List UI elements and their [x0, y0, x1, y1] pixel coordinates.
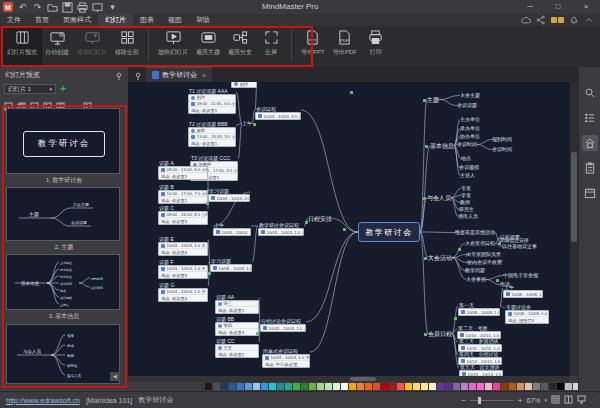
color-swatch[interactable]: [229, 383, 236, 390]
mindmap-node-zgdz[interactable]: 中国电子学会报: [503, 272, 538, 278]
color-swatch[interactable]: [261, 383, 268, 390]
color-swatch[interactable]: [413, 383, 420, 390]
slide-thumbnail-1[interactable]: 教学研讨会: [6, 108, 120, 174]
color-swatch[interactable]: [517, 383, 524, 390]
maximize-button[interactable]: □: [544, 0, 572, 14]
color-swatch[interactable]: [277, 383, 284, 390]
mindmap-node-zjtd[interactable]: 由专家团队负责: [466, 251, 501, 257]
color-swatch[interactable]: [349, 383, 356, 390]
panel-collapse-button[interactable]: ◀: [110, 372, 120, 381]
horizontal-scrollbar-thumb[interactable]: [350, 377, 376, 381]
presentation-mode-icon[interactable]: [577, 395, 586, 405]
ribbon-button-export-ppt[interactable]: PPT导出PPT: [297, 27, 329, 66]
color-swatch[interactable]: [397, 383, 404, 390]
open-file-icon[interactable]: [47, 2, 58, 13]
color-swatch[interactable]: [493, 383, 500, 390]
customize-toolbar-icon[interactable]: ▾: [107, 2, 118, 13]
color-swatch[interactable]: [309, 383, 316, 390]
color-swatch[interactable]: [269, 383, 276, 390]
mindmap-node-d5[interactable]: 第五天 · 论文演讲10/13 - 10/13, 1.0 天: [459, 370, 503, 376]
mindmap-node-hysj2[interactable]: 会议时间: [492, 146, 512, 152]
color-swatch[interactable]: [205, 383, 212, 390]
mindmap-node-d1[interactable]: 第一天10/08 - 10/08, 1.0 天: [458, 308, 500, 316]
color-swatch[interactable]: [333, 383, 340, 390]
mindmap-node-grp[interactable]: 分组讨论会议日程10/03 - 10/03, 1.0 天: [260, 324, 306, 332]
ribbon-button-walk-branch[interactable]: 遍历分支: [224, 27, 256, 66]
color-swatch[interactable]: [237, 383, 244, 390]
color-swatch[interactable]: [301, 383, 308, 390]
mindmap-node-zb[interactable]: 主办单位: [460, 116, 480, 122]
home-icon[interactable]: [582, 135, 598, 151]
mindmap-node-cb[interactable]: 承办单位: [460, 125, 480, 131]
color-swatch[interactable]: [357, 383, 364, 390]
color-swatch[interactable]: [477, 383, 484, 390]
mindmap-node-hyyt[interactable]: 会议议题: [457, 102, 477, 108]
mindmap-node-ic[interactable]: 议题 C08:00 - 16:00, 8.0 小时地点: 会议室3: [158, 211, 208, 225]
mindmap-node-jdry[interactable]: 接待人员: [458, 213, 478, 219]
color-swatch[interactable]: [389, 383, 396, 390]
document-tab[interactable]: 教学研讨会 ×: [146, 67, 212, 82]
mindmap-node-xcrc[interactable]: 大会宣传日程: [465, 240, 495, 246]
menu-item-1[interactable]: 文件: [0, 14, 28, 26]
mindmap-node-ia[interactable]: 议题 A08:00 - 14:00, 6.0 小时地点: 会议室1: [158, 166, 208, 180]
mindmap-node-t2[interactable]: T2 讨论话题 BBB孙悦13:00 - 16:30, 3.0 小时地点: 会议…: [188, 127, 236, 147]
zoom-dropdown-icon[interactable]: ▾: [544, 397, 547, 403]
mindmap-node-t1[interactable]: T1 讨论话题 AAA刘洋08:00 - 11:45, 3.0 小时地点: 会议…: [188, 94, 236, 114]
mindmap-canvas[interactable]: 教学研讨会会议日程10/03 - 10/05, 3.0 天刘洋上午T1 讨论话题…: [128, 82, 570, 376]
mindmap-node-liu[interactable]: 刘洋: [231, 82, 257, 88]
color-swatch[interactable]: [325, 383, 332, 390]
mindmap-node-ibb[interactable]: 议题 BB李四地点: 会议室4: [215, 322, 259, 336]
mindmap-node-rcty[interactable]: 日程提要: [500, 234, 520, 240]
ribbon-button-walk-topic[interactable]: 遍历主题: [192, 27, 224, 66]
zoom-level[interactable]: 67%: [526, 397, 540, 404]
menu-item-5[interactable]: 图表: [133, 14, 161, 26]
mindmap-node-mtg[interactable]: 会议日程10/03 - 10/05, 3.0 天: [255, 112, 301, 120]
zoom-slider[interactable]: [470, 400, 514, 401]
mindmap-node-dhsl[interactable]: 大会事例: [466, 276, 486, 282]
calendar-icon[interactable]: [582, 185, 598, 201]
ribbon-button-add-slide[interactable]: 添加幻灯片: [73, 27, 111, 66]
mindmap-node-cls[interactable]: 闭幕式会议日程10/03 - 10/03, 1.0 天地点: 中心会议室: [262, 354, 310, 368]
mindmap-node-zcr[interactable]: 主持人: [460, 172, 475, 178]
fit-window-icon[interactable]: [551, 395, 560, 405]
mindmap-node-iaa[interactable]: 议题 AA张三地点: 会议室1: [215, 300, 259, 314]
color-swatch[interactable]: [565, 383, 572, 390]
pin-icon[interactable]: [115, 66, 123, 84]
slide-thumbnail-2[interactable]: 主题 大会主题 会议议题: [6, 187, 120, 241]
color-swatch[interactable]: [213, 383, 220, 390]
zoom-in-button[interactable]: +: [518, 396, 523, 405]
color-swatch[interactable]: [221, 383, 228, 390]
mindmap-node-ie[interactable]: 议题 E10/03 - 10/03, 1.0 天地点: 会议室4: [158, 242, 208, 256]
color-swatch[interactable]: [373, 383, 380, 390]
task-icon[interactable]: [582, 160, 598, 176]
color-swatch[interactable]: [429, 383, 436, 390]
mindmap-node-dhzt[interactable]: 大会主题: [460, 92, 480, 98]
mindmap-node-jxwt[interactable]: 教学问题: [465, 267, 485, 273]
search-icon[interactable]: [582, 85, 598, 101]
edrawsoft-link[interactable]: http://www.edrawsoft.cn: [6, 397, 80, 404]
mindmap-node-ib[interactable]: 议题 B10:00 - 17:00, 7.0 小时地点: 会议室2: [158, 190, 208, 204]
color-swatch[interactable]: [549, 383, 556, 390]
menu-item-6[interactable]: 视图: [161, 14, 189, 26]
mindmap-node-st2[interactable]: 学习议题10/08 - 10/08, 1.0 天: [210, 264, 252, 272]
color-swatch[interactable]: [365, 383, 372, 390]
color-swatch[interactable]: [453, 383, 460, 390]
mindmap-node-icc[interactable]: 议题 CC王五地点: 会议室2: [215, 344, 259, 358]
mindmap-node-ztth[interactable]: 专题讨论会10/08 - 10/08, 1.0 天地点: 报告厅4: [505, 310, 549, 324]
tab-close-icon[interactable]: ×: [202, 72, 206, 79]
horizontal-scrollbar[interactable]: [128, 376, 570, 382]
color-swatch[interactable]: [461, 383, 468, 390]
print-icon[interactable]: [77, 2, 88, 13]
color-swatch[interactable]: [341, 383, 348, 390]
color-swatch[interactable]: [501, 383, 508, 390]
slide-thumbnail-3[interactable]: 基本信息 主办单位 承办单位 协办单位 会议时间 地点 会议规模 主持人 报到时…: [6, 254, 120, 310]
mindmap-node-hhrc[interactable]: 会后日程: [428, 330, 452, 339]
vertical-scrollbar-thumb[interactable]: [571, 152, 577, 242]
ribbon-button-auto-create[interactable]: 自动创建: [41, 27, 73, 66]
mindmap-node-ct[interactable]: 教学研讨会: [358, 222, 420, 242]
save-icon[interactable]: [62, 2, 73, 13]
add-slide-deck-button[interactable]: +: [60, 84, 66, 94]
color-swatch[interactable]: [437, 383, 444, 390]
color-swatch[interactable]: [485, 383, 492, 390]
mindmap-node-js[interactable]: 教师: [460, 199, 470, 205]
